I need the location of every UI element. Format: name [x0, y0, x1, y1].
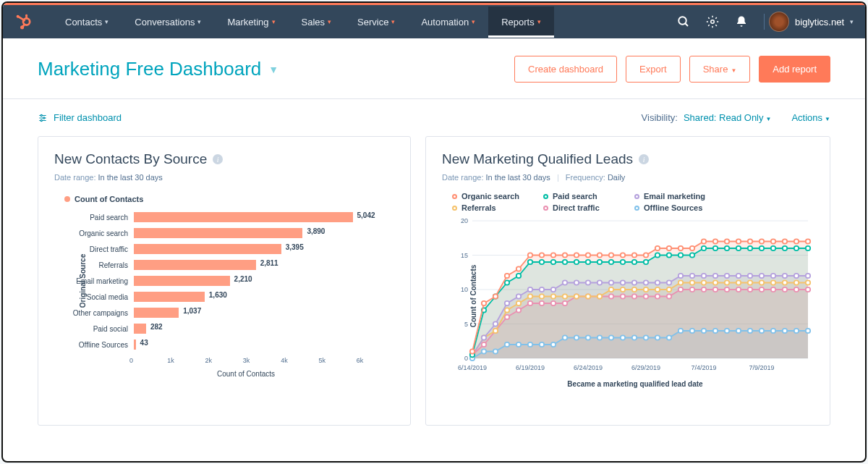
account-switcher[interactable]: biglytics.net ▾ — [769, 12, 854, 32]
bar-value: 2,210 — [234, 275, 252, 283]
svg-point-101 — [574, 294, 579, 298]
svg-point-202 — [702, 239, 706, 243]
svg-point-39 — [551, 342, 556, 347]
svg-point-50 — [678, 329, 683, 333]
legend-item[interactable]: Direct traffic — [543, 203, 621, 212]
svg-text:6/29/2019: 6/29/2019 — [631, 364, 660, 371]
svg-point-162 — [586, 260, 590, 264]
svg-point-184 — [493, 294, 498, 298]
svg-point-49 — [667, 335, 671, 339]
svg-point-68 — [540, 301, 544, 305]
svg-point-200 — [678, 246, 683, 250]
svg-point-81 — [690, 287, 694, 292]
dashboard-toolbar: Filter dashboard Visibility: Shared: Rea… — [3, 99, 865, 136]
card-title: New Marketing Qualified Leads i — [442, 151, 814, 167]
visibility-dropdown[interactable]: Shared: Read Only▼ — [684, 112, 772, 123]
svg-point-53 — [713, 329, 718, 333]
svg-point-165 — [621, 260, 625, 264]
svg-point-107 — [644, 287, 648, 292]
svg-point-59 — [783, 329, 787, 333]
filter-dashboard-link[interactable]: Filter dashboard — [38, 112, 122, 123]
svg-point-146 — [748, 274, 752, 278]
bar-value: 5,042 — [357, 211, 375, 219]
bar-fill[interactable] — [134, 228, 302, 238]
search-icon[interactable] — [677, 15, 690, 28]
bar-fill[interactable] — [134, 276, 230, 286]
svg-text:0: 0 — [464, 355, 468, 362]
bar-fill[interactable] — [134, 212, 353, 222]
svg-point-15 — [41, 119, 42, 121]
create-dashboard-button[interactable]: Create dashboard — [514, 56, 617, 83]
svg-point-135 — [621, 280, 625, 284]
info-icon[interactable]: i — [639, 154, 649, 164]
svg-point-149 — [783, 274, 787, 278]
gear-icon[interactable] — [706, 15, 719, 28]
svg-point-104 — [609, 287, 613, 292]
svg-point-145 — [736, 274, 741, 278]
svg-point-61 — [806, 329, 810, 333]
svg-text:7/9/2019: 7/9/2019 — [749, 364, 774, 371]
top-nav: Contacts▾ Conversations▾ Marketing▾ Sale… — [3, 5, 865, 38]
svg-point-155 — [505, 280, 509, 284]
svg-point-173 — [713, 246, 718, 250]
svg-point-43 — [597, 335, 602, 339]
svg-point-109 — [667, 287, 671, 292]
svg-point-54 — [725, 329, 729, 333]
svg-point-167 — [644, 260, 648, 264]
svg-point-132 — [586, 280, 590, 284]
svg-point-89 — [783, 287, 787, 292]
svg-point-127 — [528, 287, 532, 292]
svg-point-35 — [505, 342, 509, 347]
svg-point-192 — [586, 253, 590, 257]
page-header: Marketing Free Dashboard ▼ Create dashbo… — [3, 38, 865, 99]
hubspot-logo[interactable] — [14, 13, 32, 30]
svg-point-129 — [551, 287, 556, 292]
share-button[interactable]: Share▼ — [689, 56, 751, 83]
svg-point-197 — [644, 253, 648, 257]
nav-automation[interactable]: Automation▾ — [408, 7, 488, 38]
bar-fill[interactable] — [134, 292, 205, 302]
y-axis-label: Original Source — [79, 254, 87, 308]
nav-contacts[interactable]: Contacts▾ — [52, 7, 122, 38]
bar-fill[interactable] — [134, 244, 281, 254]
svg-point-79 — [667, 294, 671, 298]
svg-point-33 — [482, 349, 486, 353]
svg-point-187 — [528, 253, 532, 257]
svg-text:7/4/2019: 7/4/2019 — [691, 364, 716, 371]
nav-reports[interactable]: Reports▾ — [488, 7, 554, 38]
actions-dropdown[interactable]: Actions▼ — [791, 112, 830, 123]
svg-point-209 — [783, 239, 787, 243]
legend-item[interactable]: Referrals — [452, 203, 530, 212]
nav-sales[interactable]: Sales▾ — [289, 7, 345, 38]
legend-item[interactable]: Email marketing — [634, 192, 712, 201]
svg-point-178 — [771, 246, 775, 250]
nav-marketing[interactable]: Marketing▾ — [214, 7, 288, 38]
export-button[interactable]: Export — [626, 56, 681, 83]
svg-point-41 — [574, 335, 579, 339]
svg-point-139 — [667, 280, 671, 284]
nav-conversations[interactable]: Conversations▾ — [122, 7, 214, 38]
legend-item[interactable]: Offline Sources — [634, 203, 712, 212]
svg-point-117 — [760, 280, 764, 284]
svg-point-7 — [678, 17, 686, 25]
svg-point-100 — [563, 294, 567, 298]
svg-point-37 — [528, 342, 532, 347]
legend-item[interactable]: Paid search — [543, 192, 621, 201]
svg-point-205 — [736, 239, 741, 243]
svg-point-177 — [760, 246, 764, 250]
dashboard-title-dropdown[interactable]: Marketing Free Dashboard ▼ — [38, 58, 278, 80]
svg-point-151 — [806, 274, 810, 278]
bar-fill[interactable] — [134, 324, 146, 334]
svg-point-78 — [655, 294, 660, 298]
svg-point-51 — [690, 329, 694, 333]
bar-fill[interactable] — [134, 308, 179, 318]
svg-point-52 — [702, 329, 706, 333]
add-report-button[interactable]: Add report — [759, 56, 830, 83]
info-icon[interactable]: i — [213, 154, 223, 164]
bell-icon[interactable] — [735, 15, 748, 28]
legend-item[interactable]: Organic search — [452, 192, 530, 201]
nav-service[interactable]: Service▾ — [344, 7, 408, 38]
card-title: New Contacts By Source i — [54, 151, 394, 167]
bar-fill[interactable] — [134, 339, 136, 350]
bar-fill[interactable] — [134, 260, 256, 270]
